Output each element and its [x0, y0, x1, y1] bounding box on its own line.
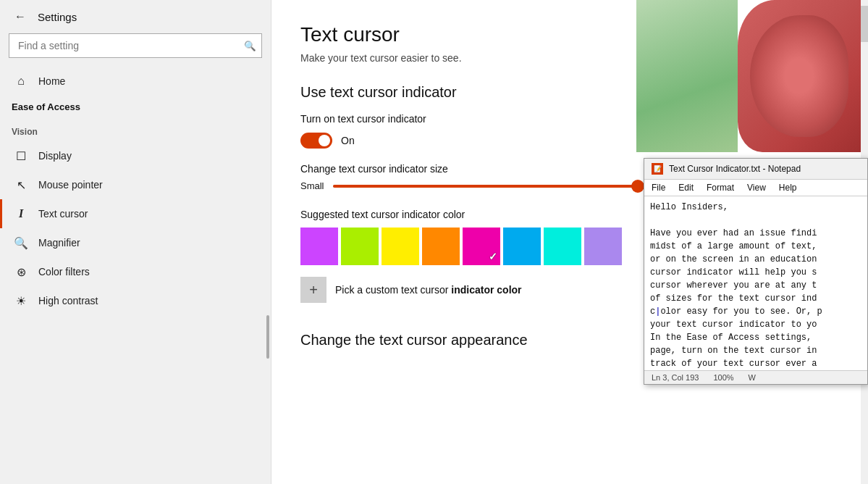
notepad-statusbar: Ln 3, Col 193 100% W	[644, 370, 867, 384]
high-contrast-icon: ☀	[14, 293, 28, 308]
toggle-state-label: On	[341, 135, 355, 146]
hero-image	[636, 0, 861, 152]
notepad-status-zoom: 100%	[713, 373, 733, 382]
search-icon: 🔍	[244, 41, 256, 51]
color-swatch-7[interactable]	[584, 228, 622, 265]
slider-fill	[333, 185, 641, 188]
notepad-content[interactable]: Hello Insiders, Have you ever had an iss…	[644, 196, 867, 370]
sidebar-item-color-filters[interactable]: ⊛ Color filters	[0, 257, 271, 286]
notepad-status-w: W	[749, 373, 756, 382]
sidebar-item-label: Home	[38, 75, 65, 87]
sidebar-title: Settings	[38, 11, 77, 23]
ease-of-access-heading: Ease of Access	[0, 96, 271, 118]
text-cursor-icon: I	[14, 206, 28, 221]
color-swatch-3[interactable]	[422, 228, 460, 265]
main-content: Text cursor Make your text cursor easier…	[271, 0, 868, 484]
notepad-menu-format[interactable]: Format	[704, 181, 737, 194]
slider-thumb[interactable]	[631, 180, 644, 193]
sidebar-item-label: High contrast	[38, 295, 98, 306]
search-icon-button[interactable]: 🔍	[244, 41, 256, 51]
add-custom-color-button[interactable]: +	[300, 277, 326, 303]
sidebar-item-label: Color filters	[38, 266, 90, 278]
slider-min-label: Small	[300, 180, 324, 191]
notepad-status-ln: Ln 3, Col 193	[652, 373, 699, 382]
sidebar-item-mouse-pointer[interactable]: ↖ Mouse pointer	[0, 170, 271, 199]
notepad-menu-file[interactable]: File	[649, 181, 668, 194]
color-swatch-2[interactable]	[382, 228, 419, 265]
magnifier-icon: 🔍	[14, 235, 28, 250]
color-swatch-0[interactable]	[300, 228, 338, 265]
home-icon: ⌂	[14, 74, 28, 88]
search-input[interactable]	[9, 33, 262, 58]
sidebar-item-label: Text cursor	[38, 208, 88, 220]
notepad-app-icon: 📝	[652, 163, 663, 175]
color-swatch-4[interactable]: ✓	[463, 228, 500, 265]
sidebar-item-display[interactable]: ☐ Display	[0, 141, 271, 170]
mouse-pointer-icon: ↖	[14, 178, 28, 192]
sidebar-item-label: Magnifier	[38, 237, 80, 249]
back-button[interactable]: ←	[12, 7, 29, 26]
search-box: 🔍	[9, 33, 262, 58]
notepad-menu-help[interactable]: Help	[776, 181, 800, 194]
vision-section-label: Vision	[0, 118, 271, 141]
color-swatch-5[interactable]	[503, 228, 541, 265]
custom-color-label: Pick a custom text cursor indicator colo…	[335, 284, 522, 296]
sidebar-item-magnifier[interactable]: 🔍 Magnifier	[0, 228, 271, 257]
notepad-title: Text Cursor Indicator.txt - Notepad	[669, 164, 860, 174]
sidebar-scrollbar[interactable]	[266, 315, 269, 359]
scrollbar-thumb[interactable]	[861, 6, 868, 42]
sidebar-item-label: Display	[38, 150, 72, 162]
sidebar-item-home[interactable]: ⌂ Home	[0, 67, 271, 96]
notepad-menu-edit[interactable]: Edit	[675, 181, 696, 194]
notepad-titlebar: 📝 Text Cursor Indicator.txt - Notepad	[644, 159, 867, 180]
notepad-menu-view[interactable]: View	[744, 181, 769, 194]
sidebar-header: ← Settings	[0, 0, 271, 33]
sidebar-item-high-contrast[interactable]: ☀ High contrast	[0, 286, 271, 315]
display-icon: ☐	[14, 149, 28, 163]
notepad-window: 📝 Text Cursor Indicator.txt - Notepad Fi…	[644, 158, 868, 385]
notepad-menubar: File Edit Format View Help	[644, 180, 867, 196]
text-cursor-toggle[interactable]	[300, 133, 332, 149]
sidebar-item-text-cursor[interactable]: I Text cursor	[0, 199, 271, 228]
sidebar-item-label: Mouse pointer	[38, 179, 103, 191]
color-swatch-1[interactable]	[341, 228, 379, 265]
color-filters-icon: ⊛	[14, 264, 28, 279]
color-swatch-6[interactable]	[544, 228, 581, 265]
